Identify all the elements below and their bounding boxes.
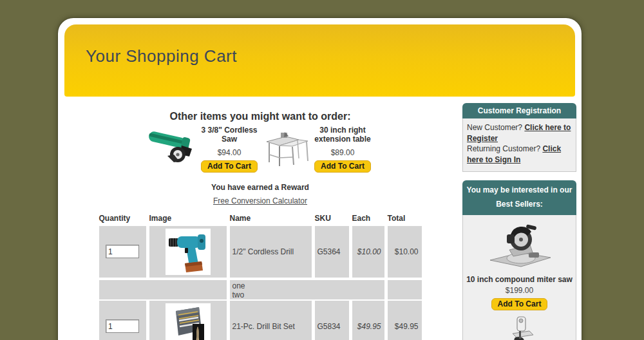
suggested-item-name: 3 3/8" Cordless Saw — [197, 126, 261, 144]
drill-bit-set-image — [166, 303, 211, 340]
empty-cell — [99, 280, 227, 300]
miter-saw-image — [466, 222, 573, 272]
best-sellers-body: 10 inch compound miter saw $199.00 Add T… — [462, 215, 576, 340]
item-each-price: $10.00 — [352, 226, 384, 278]
column-header-each: Each — [352, 214, 384, 223]
add-to-cart-button[interactable]: Add To Cart — [201, 160, 258, 173]
sidebar: Customer Registration New Customer? Clic… — [462, 103, 576, 340]
item-total-price: $49.95 — [388, 301, 422, 340]
note-line: one — [232, 281, 245, 290]
suggested-item-name: 30 inch right extension table — [310, 126, 375, 144]
suggested-item-price: $89.00 — [310, 148, 375, 157]
panel-gap — [462, 172, 576, 180]
returning-customer-text: Returning Customer? — [467, 144, 542, 153]
cart-page-container: Your Shopping Cart Other items you might… — [58, 18, 582, 340]
column-header-image: Image — [149, 214, 227, 223]
best-sellers-panel: You may be interested in our Best Seller… — [462, 180, 576, 340]
registration-panel-title: Customer Registration — [462, 103, 576, 118]
item-total-price: $10.00 — [388, 226, 422, 278]
cordless-saw-image — [146, 129, 197, 169]
column-header-quantity: Quantity — [99, 214, 146, 223]
suggested-item-info: 3 3/8" Cordless Saw $94.00 Add To Cart — [197, 125, 261, 173]
best-seller-name: 10 inch compound miter saw — [466, 275, 573, 284]
cart-table-header: Quantity Image Name SKU Each Total — [99, 214, 422, 223]
item-name: 21-Pc. Drill Bit Set — [230, 301, 312, 340]
suggested-item: 3 3/8" Cordless Saw $94.00 Add To Cart — [146, 125, 261, 173]
item-sku: G5834 — [315, 301, 349, 340]
image-cell — [149, 226, 227, 278]
item-each-price: $49.95 — [352, 301, 384, 340]
new-customer-text: New Customer? — [467, 123, 524, 132]
page-title: Your Shopping Cart — [64, 24, 575, 66]
quantity-cell — [99, 301, 146, 340]
suggested-item-price: $94.00 — [197, 148, 261, 157]
note-cell: one two — [230, 280, 384, 300]
quantity-input[interactable] — [106, 319, 139, 333]
registration-panel-body: New Customer? Click here to Register Ret… — [462, 118, 576, 172]
cart-table: Quantity Image Name SKU Each Total — [99, 214, 422, 340]
item-sku: G5364 — [315, 226, 349, 278]
page-header-banner: Your Shopping Cart — [64, 24, 575, 97]
cordless-drill-image — [166, 229, 211, 275]
suggested-item: 30 inch right extension table $89.00 Add… — [265, 125, 375, 173]
cart-note-row: one two — [99, 280, 422, 298]
band-saw-image — [466, 316, 573, 340]
column-header-name: Name — [230, 214, 312, 223]
quantity-input[interactable] — [106, 245, 139, 258]
best-seller-price: $199.00 — [466, 286, 573, 295]
column-header-sku: SKU — [315, 214, 349, 223]
reward-message: You have earned a Reward — [58, 183, 462, 192]
cart-row: 1/2" Cordless Drill G5364 $10.00 $10.00 — [99, 226, 422, 278]
empty-cell — [388, 280, 422, 300]
cart-row: 21-Pc. Drill Bit Set G5834 $49.95 $49.95 — [99, 301, 422, 340]
column-header-total: Total — [388, 214, 422, 223]
reward-link-wrap: Free Conversion Calculator — [58, 194, 462, 206]
suggestions-heading: Other items you might want to order: — [58, 111, 462, 122]
best-sellers-title: You may be interested in our Best Seller… — [462, 180, 576, 215]
main-content: Other items you might want to order: — [58, 103, 462, 340]
add-to-cart-button[interactable]: Add To Cart — [314, 160, 371, 173]
note-line: two — [232, 290, 245, 299]
extension-table-image — [265, 129, 310, 171]
image-cell — [149, 301, 227, 340]
suggestions-row: 3 3/8" Cordless Saw $94.00 Add To Cart — [58, 125, 462, 173]
item-name: 1/2" Cordless Drill — [230, 226, 312, 278]
add-to-cart-button[interactable]: Add To Cart — [491, 298, 548, 310]
conversion-calculator-link[interactable]: Free Conversion Calculator — [213, 196, 307, 205]
suggested-item-info: 30 inch right extension table $89.00 Add… — [310, 125, 375, 173]
quantity-cell — [99, 226, 146, 278]
customer-registration-panel: Customer Registration New Customer? Clic… — [462, 103, 576, 172]
